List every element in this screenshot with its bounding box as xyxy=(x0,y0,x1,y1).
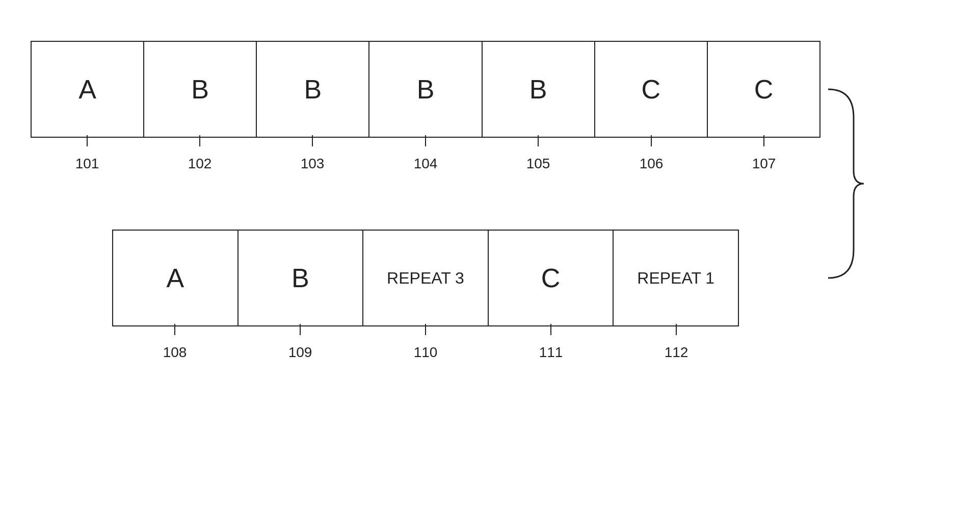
top-cell-4: B xyxy=(483,42,595,137)
svg-text:109: 109 xyxy=(288,344,312,360)
svg-text:111: 111 xyxy=(539,344,563,360)
svg-text:112: 112 xyxy=(665,344,688,360)
top-ref-labels: 101 102 103 104 105 106 107 xyxy=(31,135,826,191)
svg-text:102: 102 xyxy=(188,156,212,171)
svg-text:108: 108 xyxy=(163,344,187,360)
top-cell-6: C xyxy=(708,42,819,137)
top-cell-2: B xyxy=(257,42,369,137)
svg-text:107: 107 xyxy=(752,156,776,171)
svg-text:105: 105 xyxy=(526,156,550,171)
bottom-cell-2: REPEAT 3 xyxy=(363,231,489,325)
right-brace xyxy=(823,41,874,377)
top-cell-0: A xyxy=(32,42,144,137)
bottom-ref-labels: 108 109 110 111 112 xyxy=(112,324,744,380)
svg-text:106: 106 xyxy=(640,156,664,171)
bottom-row-wrapper: A B REPEAT 3 C REPEAT 1 xyxy=(112,230,739,326)
svg-text:103: 103 xyxy=(301,156,325,171)
top-cell-3: B xyxy=(369,42,482,137)
svg-text:104: 104 xyxy=(414,156,438,171)
bottom-cell-3: C xyxy=(489,231,614,325)
bottom-row: A B REPEAT 3 C REPEAT 1 xyxy=(112,230,739,326)
bottom-cell-4: REPEAT 1 xyxy=(614,231,738,325)
top-row: A B B B B C C xyxy=(31,41,820,138)
svg-text:101: 101 xyxy=(75,156,99,171)
top-cell-5: C xyxy=(595,42,708,137)
top-cell-1: B xyxy=(144,42,257,137)
diagram-container: A B B B B C C 101 102 xyxy=(31,41,938,459)
svg-text:110: 110 xyxy=(414,344,438,360)
bottom-cell-0: A xyxy=(113,231,239,325)
bottom-cell-1: B xyxy=(239,231,364,325)
